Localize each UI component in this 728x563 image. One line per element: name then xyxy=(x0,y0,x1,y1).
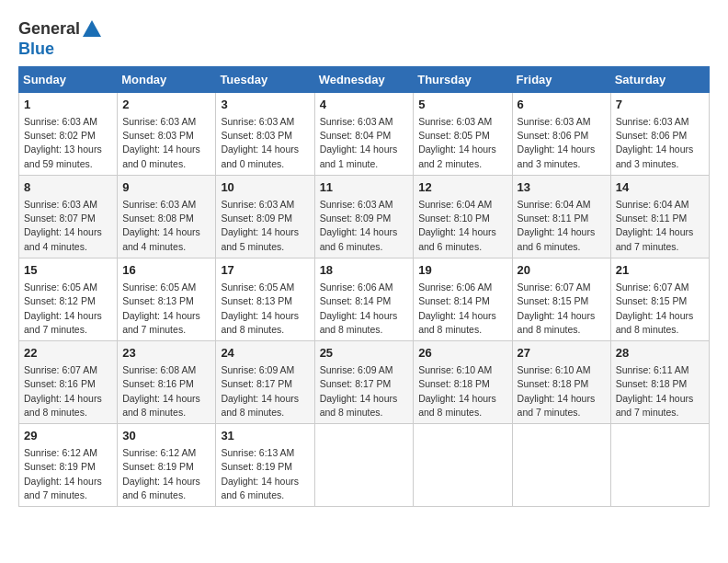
day-info: Sunrise: 6:09 AMSunset: 8:17 PMDaylight:… xyxy=(320,363,409,419)
day-cell: 31 Sunrise: 6:13 AMSunset: 8:19 PMDaylig… xyxy=(216,424,314,507)
week-row-3: 15 Sunrise: 6:05 AMSunset: 8:12 PMDaylig… xyxy=(19,258,710,340)
day-cell: 30 Sunrise: 6:12 AMSunset: 8:19 PMDaylig… xyxy=(118,424,216,507)
day-number: 14 xyxy=(616,179,704,196)
day-info: Sunrise: 6:03 AMSunset: 8:03 PMDaylight:… xyxy=(122,115,210,171)
day-info: Sunrise: 6:04 AMSunset: 8:11 PMDaylight:… xyxy=(616,198,704,254)
day-cell xyxy=(414,424,512,507)
day-cell: 26 Sunrise: 6:10 AMSunset: 8:18 PMDaylig… xyxy=(414,340,512,423)
logo-blue: Blue xyxy=(18,40,54,58)
day-cell: 24 Sunrise: 6:09 AMSunset: 8:17 PMDaylig… xyxy=(216,340,314,423)
day-info: Sunrise: 6:03 AMSunset: 8:09 PMDaylight:… xyxy=(320,198,409,254)
day-number: 6 xyxy=(518,97,606,113)
week-row-2: 8 Sunrise: 6:03 AMSunset: 8:07 PMDayligh… xyxy=(19,175,710,258)
day-info: Sunrise: 6:03 AMSunset: 8:04 PMDaylight:… xyxy=(320,115,409,171)
day-info: Sunrise: 6:03 AMSunset: 8:06 PMDaylight:… xyxy=(518,115,606,171)
day-number: 8 xyxy=(24,179,112,196)
day-info: Sunrise: 6:05 AMSunset: 8:13 PMDaylight:… xyxy=(221,281,309,337)
day-number: 12 xyxy=(418,179,506,196)
day-number: 4 xyxy=(320,97,409,113)
day-info: Sunrise: 6:05 AMSunset: 8:13 PMDaylight:… xyxy=(122,281,210,337)
logo: General Blue xyxy=(18,18,104,59)
header-tuesday: Tuesday xyxy=(216,66,314,92)
day-number: 9 xyxy=(122,179,210,196)
day-cell xyxy=(314,424,414,507)
day-number: 30 xyxy=(122,428,210,444)
logo-general: General xyxy=(18,19,80,38)
day-number: 11 xyxy=(320,179,409,196)
day-cell: 23 Sunrise: 6:08 AMSunset: 8:16 PMDaylig… xyxy=(118,340,216,423)
day-info: Sunrise: 6:04 AMSunset: 8:11 PMDaylight:… xyxy=(518,198,606,254)
day-cell: 12 Sunrise: 6:04 AMSunset: 8:10 PMDaylig… xyxy=(414,175,512,258)
day-cell: 13 Sunrise: 6:04 AMSunset: 8:11 PMDaylig… xyxy=(512,175,610,258)
day-cell: 9 Sunrise: 6:03 AMSunset: 8:08 PMDayligh… xyxy=(118,175,216,258)
day-cell: 22 Sunrise: 6:07 AMSunset: 8:16 PMDaylig… xyxy=(19,340,118,423)
day-info: Sunrise: 6:10 AMSunset: 8:18 PMDaylight:… xyxy=(418,363,506,419)
day-number: 16 xyxy=(122,262,210,279)
header-monday: Monday xyxy=(118,66,216,92)
day-cell: 6 Sunrise: 6:03 AMSunset: 8:06 PMDayligh… xyxy=(512,92,610,175)
day-cell: 4 Sunrise: 6:03 AMSunset: 8:04 PMDayligh… xyxy=(314,92,414,175)
day-number: 1 xyxy=(24,97,112,113)
day-cell: 2 Sunrise: 6:03 AMSunset: 8:03 PMDayligh… xyxy=(118,92,216,175)
day-cell: 18 Sunrise: 6:06 AMSunset: 8:14 PMDaylig… xyxy=(314,258,414,340)
day-cell: 21 Sunrise: 6:07 AMSunset: 8:15 PMDaylig… xyxy=(610,258,709,340)
header-thursday: Thursday xyxy=(414,66,512,92)
day-cell: 5 Sunrise: 6:03 AMSunset: 8:05 PMDayligh… xyxy=(414,92,512,175)
day-cell: 28 Sunrise: 6:11 AMSunset: 8:18 PMDaylig… xyxy=(610,340,709,423)
day-number: 10 xyxy=(221,179,309,196)
day-number: 2 xyxy=(122,97,210,113)
day-info: Sunrise: 6:03 AMSunset: 8:03 PMDaylight:… xyxy=(221,115,309,171)
day-info: Sunrise: 6:04 AMSunset: 8:10 PMDaylight:… xyxy=(418,198,506,254)
day-cell: 27 Sunrise: 6:10 AMSunset: 8:18 PMDaylig… xyxy=(512,340,610,423)
day-number: 3 xyxy=(221,97,309,113)
day-info: Sunrise: 6:11 AMSunset: 8:18 PMDaylight:… xyxy=(616,363,704,419)
day-info: Sunrise: 6:12 AMSunset: 8:19 PMDaylight:… xyxy=(122,446,210,502)
day-cell: 16 Sunrise: 6:05 AMSunset: 8:13 PMDaylig… xyxy=(118,258,216,340)
day-number: 13 xyxy=(518,179,606,196)
day-number: 17 xyxy=(221,262,309,279)
calendar-header-row: SundayMondayTuesdayWednesdayThursdayFrid… xyxy=(19,66,710,92)
day-cell: 1 Sunrise: 6:03 AMSunset: 8:02 PMDayligh… xyxy=(19,92,118,175)
day-cell: 14 Sunrise: 6:04 AMSunset: 8:11 PMDaylig… xyxy=(610,175,709,258)
day-info: Sunrise: 6:05 AMSunset: 8:12 PMDaylight:… xyxy=(24,281,112,337)
day-number: 31 xyxy=(221,428,309,444)
logo-icon xyxy=(81,18,103,40)
header-saturday: Saturday xyxy=(610,66,709,92)
day-number: 28 xyxy=(616,345,704,362)
header-friday: Friday xyxy=(512,66,610,92)
day-number: 29 xyxy=(24,428,112,444)
day-info: Sunrise: 6:03 AMSunset: 8:06 PMDaylight:… xyxy=(616,115,704,171)
day-info: Sunrise: 6:07 AMSunset: 8:15 PMDaylight:… xyxy=(616,281,704,337)
day-cell: 7 Sunrise: 6:03 AMSunset: 8:06 PMDayligh… xyxy=(610,92,709,175)
week-row-4: 22 Sunrise: 6:07 AMSunset: 8:16 PMDaylig… xyxy=(19,340,710,423)
header-wednesday: Wednesday xyxy=(314,66,414,92)
day-cell: 19 Sunrise: 6:06 AMSunset: 8:14 PMDaylig… xyxy=(414,258,512,340)
day-info: Sunrise: 6:13 AMSunset: 8:19 PMDaylight:… xyxy=(221,446,309,502)
day-info: Sunrise: 6:03 AMSunset: 8:02 PMDaylight:… xyxy=(24,115,112,171)
day-number: 23 xyxy=(122,345,210,362)
page-header: General Blue xyxy=(18,18,710,59)
day-number: 18 xyxy=(320,262,409,279)
day-cell: 20 Sunrise: 6:07 AMSunset: 8:15 PMDaylig… xyxy=(512,258,610,340)
week-row-1: 1 Sunrise: 6:03 AMSunset: 8:02 PMDayligh… xyxy=(19,92,710,175)
day-number: 27 xyxy=(518,345,606,362)
day-number: 22 xyxy=(24,345,112,362)
header-sunday: Sunday xyxy=(19,66,118,92)
day-cell xyxy=(512,424,610,507)
day-info: Sunrise: 6:03 AMSunset: 8:08 PMDaylight:… xyxy=(122,198,210,254)
day-cell: 8 Sunrise: 6:03 AMSunset: 8:07 PMDayligh… xyxy=(19,175,118,258)
day-info: Sunrise: 6:03 AMSunset: 8:07 PMDaylight:… xyxy=(24,198,112,254)
day-number: 15 xyxy=(24,262,112,279)
day-cell: 3 Sunrise: 6:03 AMSunset: 8:03 PMDayligh… xyxy=(216,92,314,175)
day-info: Sunrise: 6:06 AMSunset: 8:14 PMDaylight:… xyxy=(418,281,506,337)
day-number: 20 xyxy=(518,262,606,279)
day-cell: 29 Sunrise: 6:12 AMSunset: 8:19 PMDaylig… xyxy=(19,424,118,507)
day-info: Sunrise: 6:12 AMSunset: 8:19 PMDaylight:… xyxy=(24,446,112,502)
day-info: Sunrise: 6:06 AMSunset: 8:14 PMDaylight:… xyxy=(320,281,409,337)
day-number: 25 xyxy=(320,345,409,362)
day-cell xyxy=(610,424,709,507)
day-info: Sunrise: 6:03 AMSunset: 8:05 PMDaylight:… xyxy=(418,115,506,171)
day-number: 19 xyxy=(418,262,506,279)
day-cell: 25 Sunrise: 6:09 AMSunset: 8:17 PMDaylig… xyxy=(314,340,414,423)
day-number: 5 xyxy=(418,97,506,113)
